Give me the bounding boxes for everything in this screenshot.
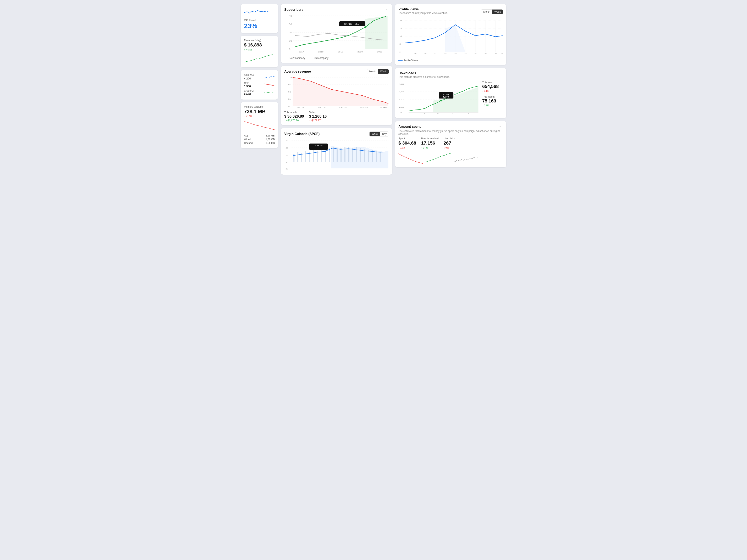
svg-text:May: May [437, 113, 442, 114]
as-header: Amount spent ··· [398, 125, 503, 129]
svg-rect-48 [305, 151, 306, 162]
svg-marker-29 [292, 77, 388, 106]
revenue-value: $ 16,898 [244, 42, 275, 48]
amount-spent-more-button[interactable]: ··· [499, 125, 503, 129]
svg-text:30: 30 [289, 23, 292, 26]
subscribers-chart: 40 30 20 10 0 2017 2018 2019 2020 [284, 12, 389, 55]
pv-subtitle: The feature shows you profile view stati… [398, 11, 447, 15]
pv-title-block: Profile views The feature shows you prof… [398, 7, 447, 16]
svg-text:10k: 10k [400, 35, 403, 37]
vg-title: Virgin Galactic (SPCE) [284, 132, 319, 136]
svg-rect-60 [352, 148, 353, 162]
stock-row-gold: Gold 1,906 [244, 81, 275, 88]
stock-name-gold: Gold [244, 82, 251, 85]
dl-header: Downloads This statistic presents a numb… [398, 71, 503, 80]
svg-text:2,000: 2,000 [399, 99, 405, 100]
svg-text:0: 0 [289, 48, 290, 50]
downloads-more-button[interactable]: ··· [499, 74, 503, 78]
svg-rect-56 [337, 149, 338, 162]
svg-text:25: 25 [474, 53, 476, 55]
downloads-card: Downloads This statistic presents a numb… [395, 68, 506, 118]
stock-val-oil: 66.63 [244, 92, 255, 96]
subscribers-more-button[interactable]: ··· [385, 7, 389, 12]
old-company-line [309, 58, 313, 58]
svg-text:25 May: 25 May [360, 107, 368, 108]
cpu-label: CPU load [244, 19, 275, 22]
reached-mini-chart [426, 152, 451, 164]
pv-week-btn[interactable]: Week [492, 9, 503, 14]
svg-text:26 May: 26 May [380, 107, 388, 108]
svg-rect-46 [297, 152, 299, 162]
up-arrow-icon: ↑ [244, 48, 245, 51]
gold-sparkline [264, 82, 275, 87]
memory-sparkline [244, 119, 275, 131]
avg-revenue-chart: 12k 9k 6k 3k 0 22 May [284, 75, 389, 109]
svg-text:12k: 12k [288, 76, 292, 78]
cpu-sparkline [244, 7, 269, 16]
avg-revenue-week-btn[interactable]: Week [378, 69, 389, 74]
people-reached-col: People reached 17,156 ↑17% [421, 137, 439, 149]
mem-detail-cached: Cached 1,56 GB [244, 141, 275, 145]
svg-text:Mar: Mar [410, 113, 414, 114]
memory-details: App 2,65 GB Wired 1,80 GB Cached 1,56 GB [244, 134, 275, 145]
stock-val-gold: 1,906 [244, 85, 251, 88]
svg-text:3,000: 3,000 [399, 91, 405, 93]
svg-rect-63 [364, 149, 365, 162]
sp500-sparkline [264, 75, 275, 80]
svg-text:0: 0 [288, 105, 290, 107]
pv-header: Profile views The feature shows you prof… [398, 7, 503, 16]
downloads-content: 4,000 3,000 2,000 1,000 0 [398, 81, 503, 115]
vg-toggle[interactable]: Week Day [369, 132, 389, 136]
stock-name-oil: Crude Oil [244, 89, 255, 92]
vg-week-btn[interactable]: Week [369, 132, 380, 136]
link-clicks-change: ↓9% [444, 146, 455, 149]
downloads-stats: This year 654,568 ↓34% This month 75,163… [482, 81, 503, 110]
svg-text:25 Apr: 25 Apr [443, 94, 449, 96]
pv-toggle[interactable]: Month Week [481, 9, 503, 14]
stock-row-sp500: S&P 500 4,204 [244, 73, 275, 81]
svg-text:27: 27 [495, 53, 497, 55]
svg-rect-57 [340, 148, 341, 162]
avg-revenue-this-month: This month $ 36,026.89 ↑+$1,670.76 [284, 111, 304, 122]
dl-this-month: This month 75,163 ↑23% [482, 96, 503, 107]
revenue-sparkline [244, 53, 273, 63]
svg-text:22: 22 [444, 53, 446, 55]
vg-svg: 28 26 24 22 20 [284, 137, 389, 170]
svg-text:10: 10 [289, 40, 292, 42]
stock-val-sp500: 4,204 [244, 77, 254, 80]
svg-text:2017: 2017 [299, 51, 304, 53]
stock-row-oil: Crude Oil 66.63 [244, 88, 275, 96]
svg-text:3k: 3k [288, 98, 291, 100]
vg-header: Virgin Galactic (SPCE) Week Day [284, 132, 389, 136]
avg-revenue-toggle[interactable]: Month Week [367, 69, 389, 74]
svg-text:2019: 2019 [338, 51, 343, 53]
svg-point-112 [440, 100, 442, 101]
pv-month-btn[interactable]: Month [481, 9, 492, 14]
svg-point-70 [324, 151, 326, 152]
dl-title: Downloads [398, 71, 450, 75]
as-title: Amount spent [398, 125, 421, 129]
svg-marker-111 [433, 87, 478, 112]
svg-text:4,000: 4,000 [399, 83, 405, 85]
svg-text:9k: 9k [288, 84, 291, 86]
as-mini-charts [398, 152, 503, 164]
svg-text:Jun: Jun [452, 113, 456, 114]
svg-rect-66 [376, 151, 377, 162]
svg-text:19: 19 [414, 53, 416, 55]
subscribers-title: Subscribers [284, 8, 303, 11]
svg-text:$ 25.49: $ 25.49 [314, 144, 323, 146]
vg-day-btn[interactable]: Day [380, 132, 389, 136]
pv-chart: 20k 15k 10k 5k 0 [398, 17, 503, 57]
amount-columns: Spent $ 304.68 ↓19% People reached 17,15… [398, 137, 503, 149]
svg-marker-15 [365, 16, 388, 49]
average-revenue-card: Average revenue Month Week 12k 9k 6k 3k … [281, 66, 392, 125]
svg-rect-45 [293, 154, 294, 162]
subscribers-legend: New company Old company [284, 57, 389, 59]
svg-rect-51 [317, 151, 318, 162]
middle-column: Subscribers ··· 40 30 20 10 0 [281, 4, 392, 175]
svg-rect-55 [333, 146, 334, 162]
legend-old-company: Old company [309, 57, 329, 59]
svg-text:20: 20 [285, 168, 288, 170]
oil-sparkline [264, 90, 275, 95]
avg-revenue-month-btn[interactable]: Month [367, 69, 378, 74]
